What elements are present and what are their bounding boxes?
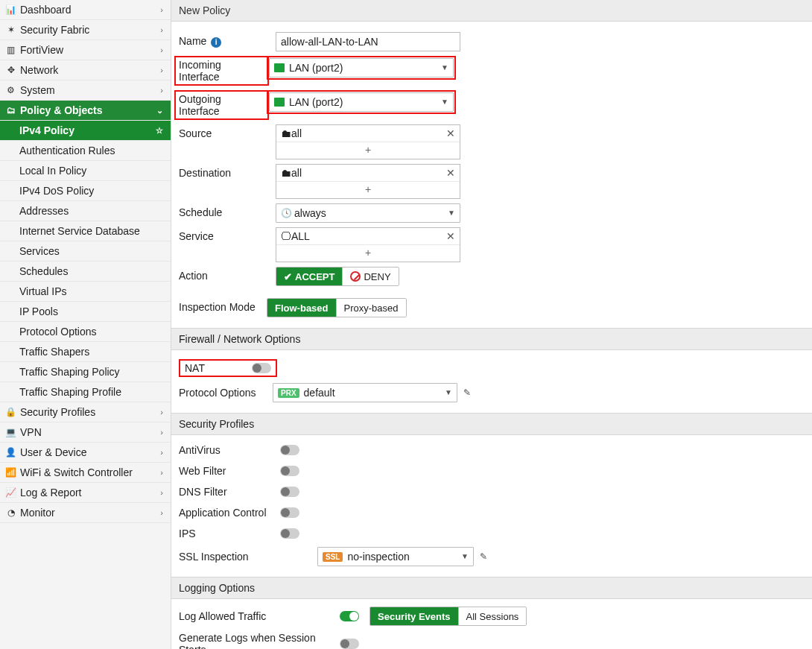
source-add[interactable]: +: [276, 142, 460, 159]
name-label: Name i: [179, 32, 276, 48]
chevron-down-icon: ▼: [441, 98, 448, 106]
action-deny[interactable]: DENY: [342, 267, 398, 285]
sidebar-tail-4[interactable]: 📈 Log & Report ›: [0, 483, 171, 503]
sidebar-sub-10[interactable]: Protocol Options: [0, 322, 171, 342]
nav-icon: 💻: [4, 427, 17, 437]
sidebar-sub-5[interactable]: Internet Service Database: [0, 221, 171, 241]
destination-value: all: [291, 167, 302, 179]
schedule-select[interactable]: 🕓 always ▼: [276, 203, 460, 223]
source-select[interactable]: 🖿 all ✕ +: [276, 124, 460, 159]
sidebar-item-2[interactable]: ▥ FortiView ›: [0, 40, 171, 60]
nav-label: IPv4 DoS Policy: [19, 185, 163, 197]
nav-label: Addresses: [19, 205, 163, 217]
basic-form: Name i Incoming Interface LAN (port2) ▼ …: [171, 22, 812, 328]
page-title: New Policy: [171, 0, 812, 22]
sidebar-sub-3[interactable]: IPv4 DoS Policy: [0, 181, 171, 201]
sidebar-sub-1[interactable]: Authentication Rules: [0, 141, 171, 161]
nav-icon: ◔: [4, 507, 17, 518]
log-security-events[interactable]: Security Events: [370, 607, 458, 625]
gen-logs-toggle[interactable]: [340, 639, 359, 649]
nav-label: Traffic Shaping Profile: [19, 386, 163, 398]
remove-icon[interactable]: ✕: [446, 127, 455, 139]
sidebar-tail-2[interactable]: 👤 User & Device ›: [0, 443, 171, 463]
protocol-options-select[interactable]: PRX default ▼: [273, 383, 457, 402]
destination-select[interactable]: 🖿 all ✕ +: [276, 164, 460, 199]
dnsfilter-label: DNS Filter: [179, 486, 276, 498]
sidebar-sub-9[interactable]: IP Pools: [0, 302, 171, 322]
sidebar-tail-5[interactable]: ◔ Monitor ›: [0, 503, 171, 523]
remove-icon[interactable]: ✕: [446, 230, 455, 242]
sidebar-sub-7[interactable]: Schedules: [0, 262, 171, 282]
action-accept[interactable]: ✔ ACCEPT: [276, 267, 342, 285]
sidebar-item-3[interactable]: ✥ Network ›: [0, 60, 171, 80]
nav-label: Traffic Shapers: [19, 346, 163, 358]
outgoing-value: LAN (port2): [289, 96, 343, 108]
protocol-options-value: default: [304, 387, 335, 399]
sslinspection-select[interactable]: SSL no-inspection ▼: [317, 547, 474, 566]
nav-label: Schedules: [19, 265, 163, 277]
inspection-label: Inspection Mode: [179, 298, 267, 313]
log-all-sessions[interactable]: All Sessions: [458, 607, 527, 625]
source-label: Source: [179, 124, 276, 139]
logging-header: Logging Options: [171, 577, 812, 599]
schedule-label: Schedule: [179, 203, 276, 218]
webfilter-toggle[interactable]: [280, 466, 299, 476]
sidebar-sub-4[interactable]: Addresses: [0, 201, 171, 221]
edit-icon[interactable]: ✎: [463, 387, 471, 398]
incoming-value: LAN (port2): [289, 62, 343, 74]
outgoing-interface-select[interactable]: LAN (port2) ▼: [269, 92, 454, 112]
sidebar-item-0[interactable]: 📊 Dashboard ›: [0, 0, 171, 20]
nav-label: WiFi & Switch Controller: [20, 466, 160, 478]
sidebar-sub-11[interactable]: Traffic Shapers: [0, 342, 171, 362]
appcontrol-toggle[interactable]: [280, 507, 299, 518]
nav-icon: ⚙: [4, 85, 17, 95]
log-allowed-toggle[interactable]: [340, 611, 359, 621]
sidebar-sub-13[interactable]: Traffic Shaping Profile: [0, 382, 171, 402]
sidebar-sub-12[interactable]: Traffic Shaping Policy: [0, 362, 171, 382]
inspection-proxy[interactable]: Proxy-based: [336, 299, 406, 317]
destination-add[interactable]: +: [276, 181, 460, 198]
info-icon[interactable]: i: [211, 37, 221, 48]
sidebar-item-policy-objects[interactable]: 🗂 Policy & Objects ⌄: [0, 101, 171, 121]
sidebar-item-4[interactable]: ⚙ System ›: [0, 80, 171, 101]
service-add[interactable]: +: [276, 244, 460, 262]
protocol-options-label: Protocol Options: [179, 387, 268, 399]
nav-icon: ▥: [4, 45, 17, 55]
service-label: Service: [179, 227, 276, 242]
chevron-down-icon: ▼: [441, 63, 448, 72]
webfilter-label: Web Filter: [179, 465, 276, 477]
ips-toggle[interactable]: [280, 528, 299, 539]
security-header: Security Profiles: [171, 413, 812, 435]
nav-label: Security Fabric: [20, 24, 160, 36]
sidebar-sub-0[interactable]: IPv4 Policy☆: [0, 121, 171, 141]
inspection-flow[interactable]: Flow-based: [267, 299, 336, 317]
sidebar-sub-6[interactable]: Services: [0, 241, 171, 262]
chevron-right-icon: ›: [160, 66, 163, 75]
sidebar-item-1[interactable]: ✶ Security Fabric ›: [0, 20, 171, 40]
address-icon: 🖿: [281, 127, 291, 139]
star-icon[interactable]: ☆: [156, 126, 163, 136]
sidebar-tail-1[interactable]: 💻 VPN ›: [0, 422, 171, 443]
chevron-right-icon: ›: [160, 468, 163, 477]
name-input[interactable]: [276, 32, 460, 51]
nat-toggle[interactable]: [252, 363, 271, 373]
nav-label: VPN: [20, 426, 160, 438]
chevron-down-icon: ▼: [445, 388, 452, 396]
nav-label: Dashboard: [20, 4, 160, 16]
sidebar-tail-0[interactable]: 🔒 Security Profiles ›: [0, 402, 171, 422]
sidebar-sub-8[interactable]: Virtual IPs: [0, 282, 171, 302]
remove-icon[interactable]: ✕: [446, 167, 455, 179]
nat-row: NAT: [179, 359, 277, 377]
check-icon: ✔: [284, 271, 292, 282]
antivirus-toggle[interactable]: [280, 445, 299, 455]
incoming-interface-select[interactable]: LAN (port2) ▼: [269, 58, 454, 77]
deny-icon: [350, 271, 361, 282]
edit-icon[interactable]: ✎: [480, 551, 487, 562]
sidebar-sub-2[interactable]: Local In Policy: [0, 161, 171, 181]
dnsfilter-toggle[interactable]: [280, 487, 299, 497]
sidebar-tail-3[interactable]: 📶 WiFi & Switch Controller ›: [0, 463, 171, 483]
nav-label: Protocol Options: [19, 326, 163, 338]
nav-label: Traffic Shaping Policy: [19, 366, 163, 378]
service-select[interactable]: 🖵 ALL ✕ +: [276, 227, 460, 262]
chevron-right-icon: ›: [160, 5, 163, 14]
